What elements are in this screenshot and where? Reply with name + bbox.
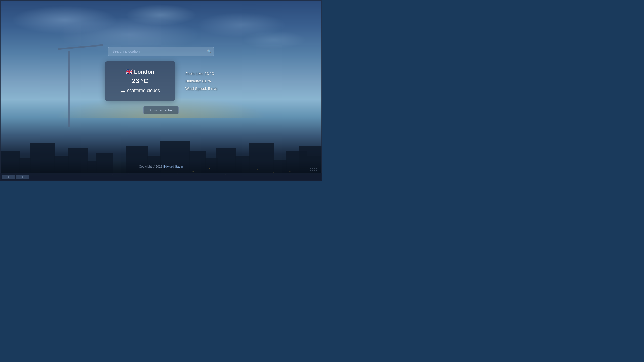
footer: Copyright © 2023 Edward Savin xyxy=(139,165,183,168)
humidity-label: Humidity: 61 % xyxy=(185,79,211,83)
copyright-text: Copyright © 2023 xyxy=(139,165,163,168)
search-icon: 🔍 xyxy=(207,49,211,53)
corner-dot xyxy=(312,170,313,171)
weather-temperature: 23 °C xyxy=(115,77,165,85)
taskbar xyxy=(0,173,322,181)
corner-dot xyxy=(314,170,315,171)
weather-details: Feels Like: 23 °C Humidity: 61 % Wind Sp… xyxy=(185,70,217,93)
weather-description: ☁ scattered clouds xyxy=(115,87,165,94)
feels-like-label: Feels Like: 23 °C xyxy=(185,71,214,76)
taskbar-button[interactable] xyxy=(2,175,15,179)
flag-icon: 🇬🇧 xyxy=(126,69,133,75)
weather-area: 🇬🇧 London 23 °C ☁ scattered clouds Feels… xyxy=(105,61,217,101)
weather-description-text: scattered clouds xyxy=(127,88,160,93)
corner-dot xyxy=(314,168,315,169)
search-input[interactable] xyxy=(108,47,214,56)
humidity-row: Humidity: 61 % xyxy=(185,77,217,85)
city-name: London xyxy=(134,69,154,75)
weather-card: 🇬🇧 London 23 °C ☁ scattered clouds xyxy=(105,61,175,101)
corner-dot xyxy=(310,168,311,169)
author-link[interactable]: Edward Savin xyxy=(163,165,183,168)
wind-speed-row: Wind Speed: 5 m/s xyxy=(185,85,217,93)
corner-dot xyxy=(310,170,311,171)
corner-dot xyxy=(312,168,313,169)
show-fahrenheit-button[interactable]: Show Fahrenheit xyxy=(143,106,179,114)
search-button[interactable]: 🔍 xyxy=(207,49,211,53)
taskbar-dot xyxy=(22,176,23,178)
corner-dot xyxy=(316,168,317,169)
feels-like-row: Feels Like: 23 °C xyxy=(185,70,217,77)
taskbar-button[interactable] xyxy=(16,175,29,179)
corner-dots xyxy=(310,168,317,171)
search-container: 🔍 xyxy=(108,47,214,56)
corner-dot xyxy=(316,170,317,171)
taskbar-dot xyxy=(8,176,9,178)
weather-city: 🇬🇧 London xyxy=(115,69,165,75)
wind-speed-label: Wind Speed: 5 m/s xyxy=(185,86,217,91)
cloud-icon: ☁ xyxy=(120,87,125,94)
app-content: 🔍 🇬🇧 London 23 °C ☁ scattered clouds Fee… xyxy=(0,0,322,181)
